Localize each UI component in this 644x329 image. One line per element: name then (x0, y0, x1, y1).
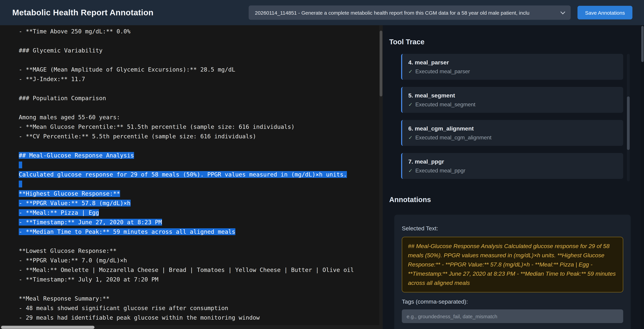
trace-card-status-row: ✓ Executed meal_segment (408, 101, 617, 108)
doc-line[interactable]: **Meal Response Summary:** (19, 294, 383, 303)
doc-line[interactable] (19, 179, 383, 189)
annotation-card: Selected Text: ## Meal-Glucose Response … (394, 215, 631, 329)
doc-line[interactable] (19, 103, 383, 112)
doc-line[interactable] (19, 36, 383, 46)
check-icon: ✓ (408, 134, 412, 141)
selected-text-box: ## Meal-Glucose Response Analysis Calcul… (402, 237, 623, 292)
check-icon: ✓ (408, 167, 412, 174)
chevron-down-icon (560, 9, 565, 14)
trace-card-title: 6. meal_cgm_alignment (408, 125, 617, 133)
annotation-sidebar: Tool Trace 4. meal_parser ✓ Executed mea… (383, 25, 644, 329)
doc-line[interactable]: ### Population Comparison (19, 93, 383, 103)
doc-line[interactable] (19, 141, 383, 151)
doc-line[interactable] (19, 55, 383, 65)
trace-card-status-row: ✓ Executed meal_parser (408, 68, 617, 75)
document-vertical-scrollbar-thumb[interactable] (380, 31, 382, 96)
tool-trace-card[interactable]: 4. meal_parser ✓ Executed meal_parser (401, 54, 623, 80)
doc-line[interactable]: **Highest Glucose Response:** (19, 189, 383, 198)
doc-line[interactable]: - **CV Percentile:** 5.5th percentile (s… (19, 132, 383, 141)
tags-input[interactable] (402, 310, 623, 323)
task-select[interactable]: 20260114_114851 - Generate a complete me… (249, 5, 571, 20)
doc-line[interactable]: - **Mean Glucose Percentile:** 51.5th pe… (19, 122, 383, 132)
tool-trace-scrollbar-thumb[interactable] (627, 96, 630, 150)
doc-line[interactable]: - **PPGR Value:** 57.8 (mg/dL)×h (19, 198, 383, 208)
doc-line[interactable]: - **Median Time to Peak:** 59 minutes ac… (19, 227, 383, 237)
task-select-value: 20260114_114851 - Generate a complete me… (255, 10, 556, 15)
sidebar-scrollbar-thumb[interactable] (641, 26, 644, 62)
selected-text-label: Selected Text: (402, 225, 623, 232)
doc-line[interactable]: - **MAGE (Mean Amplitude of Glycemic Exc… (19, 65, 383, 74)
trace-card-title: 4. meal_parser (408, 59, 617, 66)
doc-line[interactable]: ### Glycemic Variability (19, 46, 383, 55)
doc-line[interactable]: - **Meal:** Pizza | Egg (19, 208, 383, 217)
trace-card-status: Executed meal_ppgr (415, 167, 466, 174)
check-icon: ✓ (408, 101, 412, 108)
annotations-heading: Annotations (389, 195, 431, 204)
doc-line[interactable]: - 48 meals showed significant glucose ri… (19, 303, 383, 313)
doc-line[interactable]: - **Timestamp:** June 27, 2020 at 8:23 P… (19, 217, 383, 227)
doc-line[interactable] (19, 237, 383, 246)
doc-line[interactable]: - **Timestamp:** July 1, 2020 at 7:20 PM (19, 275, 383, 284)
doc-line[interactable] (19, 84, 383, 93)
doc-line[interactable]: - 29 meals had identifiable peak glucose… (19, 313, 383, 322)
doc-line[interactable]: - **Meal:** Omelette | Mozzarella Cheese… (19, 265, 383, 275)
report-document[interactable]: - **Time Above 250 mg/dL:** 0.0%### Glyc… (0, 25, 383, 322)
tool-trace-card[interactable]: 7. meal_ppgr ✓ Executed meal_ppgr (401, 153, 623, 179)
page-title: Metabolic Health Report Annotation (12, 8, 154, 17)
trace-card-status-row: ✓ Executed meal_ppgr (408, 167, 617, 174)
trace-card-status: Executed meal_segment (415, 101, 475, 108)
trace-card-status: Executed meal_parser (415, 68, 470, 75)
tool-trace-scrollbar[interactable] (627, 54, 630, 181)
doc-line[interactable] (19, 160, 383, 170)
trace-card-status-row: ✓ Executed meal_cgm_alignment (408, 134, 617, 141)
doc-line[interactable]: Calculated glucose response for 29 of 58… (19, 170, 383, 179)
sidebar-scrollbar[interactable] (640, 25, 644, 329)
trace-card-status: Executed meal_cgm_alignment (415, 134, 491, 141)
doc-line[interactable]: - **PPGR Value:** 7.0 (mg/dL)×h (19, 256, 383, 265)
main-area: - **Time Above 250 mg/dL:** 0.0%### Glyc… (0, 25, 644, 329)
document-horizontal-scrollbar-thumb[interactable] (1, 326, 94, 329)
trace-card-title: 7. meal_ppgr (408, 158, 617, 166)
tool-trace-heading: Tool Trace (389, 37, 424, 46)
doc-line[interactable]: **Lowest Glucose Response:** (19, 246, 383, 256)
document-horizontal-scrollbar[interactable] (0, 325, 379, 329)
report-document-panel[interactable]: - **Time Above 250 mg/dL:** 0.0%### Glyc… (0, 25, 383, 329)
check-icon: ✓ (408, 68, 412, 75)
save-annotations-button[interactable]: Save Annotations (578, 6, 632, 19)
app-header: Metabolic Health Report Annotation 20260… (0, 0, 644, 25)
app-window: Metabolic Health Report Annotation 20260… (0, 0, 644, 329)
doc-line[interactable]: Among males aged 55-60 years: (19, 112, 383, 122)
tool-trace-list: 4. meal_parser ✓ Executed meal_parser 5.… (401, 54, 623, 186)
tags-label: Tags (comma-separated): (402, 298, 623, 305)
doc-line[interactable] (19, 284, 383, 294)
tool-trace-card[interactable]: 6. meal_cgm_alignment ✓ Executed meal_cg… (401, 120, 623, 146)
doc-line[interactable]: ## Meal-Glucose Response Analysis (19, 151, 383, 160)
doc-line[interactable]: - **Time Above 250 mg/dL:** 0.0% (19, 26, 383, 36)
document-vertical-scrollbar[interactable] (379, 25, 383, 329)
doc-line[interactable]: - **J-Index:** 11.7 (19, 74, 383, 84)
tool-trace-card[interactable]: 5. meal_segment ✓ Executed meal_segment (401, 87, 623, 113)
trace-card-title: 5. meal_segment (408, 92, 617, 99)
